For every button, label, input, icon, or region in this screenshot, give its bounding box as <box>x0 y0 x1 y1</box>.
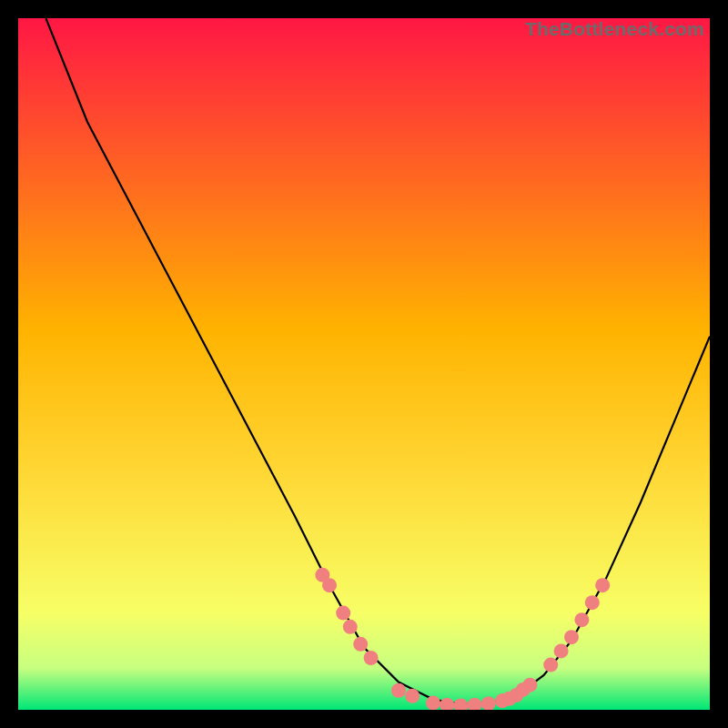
highlight-dot <box>585 595 600 610</box>
highlight-dot <box>353 637 368 652</box>
highlight-dot <box>426 695 440 710</box>
highlight-dot <box>595 578 610 592</box>
highlight-dot <box>543 658 558 672</box>
highlight-dot <box>391 683 406 698</box>
app-frame: TheBottleneck.com <box>0 0 728 728</box>
highlight-dot <box>364 651 379 665</box>
highlight-dot <box>336 606 350 621</box>
gradient-background <box>18 18 710 710</box>
highlight-dot <box>343 620 358 634</box>
highlight-dot <box>574 612 589 627</box>
plot-area: TheBottleneck.com <box>18 18 710 710</box>
highlight-dot <box>554 643 569 658</box>
highlight-dot <box>522 678 537 693</box>
chart-svg <box>18 18 710 710</box>
highlight-dot <box>405 689 420 703</box>
attribution-watermark: TheBottleneck.com <box>525 18 704 40</box>
highlight-dot <box>564 630 579 644</box>
highlight-dot <box>322 578 337 592</box>
